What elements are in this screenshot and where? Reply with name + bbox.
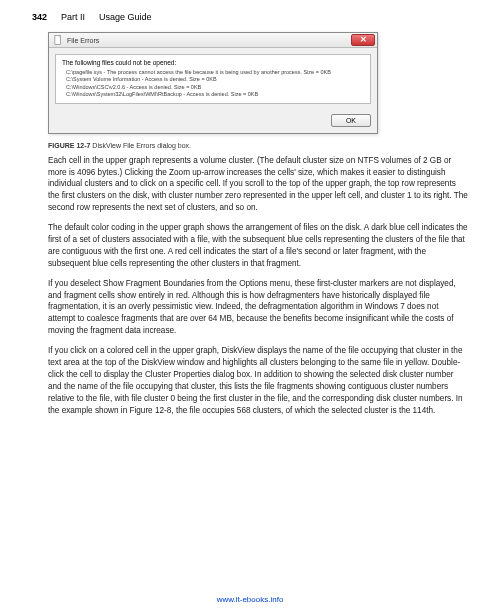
section-label: Usage Guide — [99, 12, 152, 22]
dialog-file-list: C:\pagefile.sys - The process cannot acc… — [62, 69, 364, 99]
list-item: C:\Windows\System32\LogFiles\WMI\RtBacku… — [66, 91, 364, 98]
footer-link[interactable]: www.it-ebooks.info — [0, 595, 500, 604]
dialog-titlebar: File Errors ✕ — [49, 33, 377, 48]
figure-caption-text: DiskView File Errors dialog box. — [92, 142, 191, 149]
body-paragraph: Each cell in the upper graph represents … — [48, 155, 468, 214]
figure-label: FIGURE 12-7 — [48, 142, 90, 149]
list-item: C:\pagefile.sys - The process cannot acc… — [66, 69, 364, 76]
list-item: C:\System Volume Information - Access is… — [66, 76, 364, 83]
ok-button[interactable]: OK — [331, 114, 371, 127]
list-item: C:\Windows\CSC\v2.0.6 - Access is denied… — [66, 84, 364, 91]
figure-caption: FIGURE 12-7 DiskView File Errors dialog … — [48, 142, 468, 149]
dialog-footer: OK — [49, 110, 377, 133]
body-paragraph: If you click on a colored cell in the up… — [48, 345, 468, 416]
dialog-body: The following files could not be opened:… — [55, 54, 371, 104]
body-paragraph: The default color coding in the upper gr… — [48, 222, 468, 270]
page-number: 342 — [32, 12, 47, 22]
file-errors-dialog: File Errors ✕ The following files could … — [48, 32, 378, 134]
dialog-title: File Errors — [67, 37, 99, 44]
page-header: 342 Part II Usage Guide — [32, 12, 468, 22]
part-label: Part II — [61, 12, 85, 22]
close-button[interactable]: ✕ — [351, 34, 375, 46]
body-paragraph: If you deselect Show Fragment Boundaries… — [48, 278, 468, 337]
file-icon — [53, 35, 63, 45]
dialog-message: The following files could not be opened: — [62, 59, 364, 66]
close-icon: ✕ — [360, 36, 367, 44]
